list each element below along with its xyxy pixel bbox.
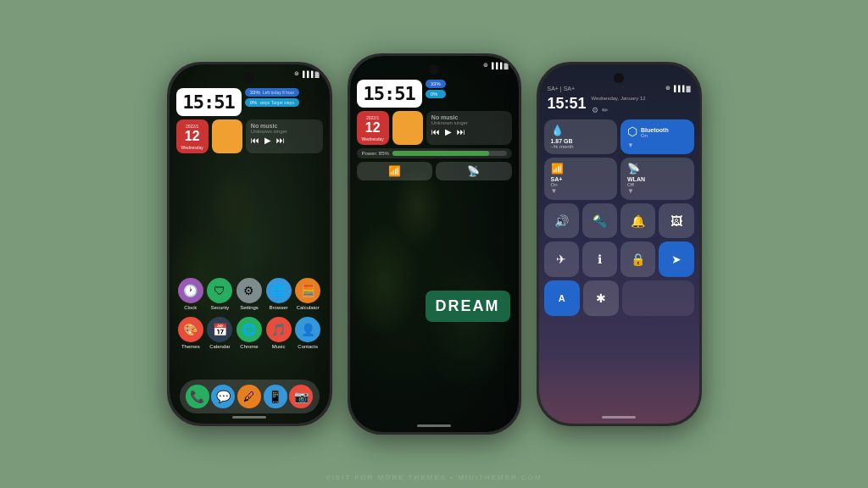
target-sub: steps Target steps — [259, 100, 294, 105]
phone-2-screen: ⊛ ▐▐▐ ▓ 15:51 33 — [350, 56, 519, 432]
app-browser[interactable]: 🌐 Browser — [266, 278, 292, 310]
cp-tile-brightness[interactable]: ✱ — [583, 280, 619, 316]
dock-notes[interactable]: 🖊 — [237, 385, 261, 408]
calculator-label: Calculator — [297, 305, 320, 310]
phone-3-screen: SA+ | SA+ ⊛ ▐▐▐ ▓ 15:51 — [539, 64, 699, 424]
control-panel: SA+ | SA+ ⊛ ▐▐▐ ▓ 15:51 — [544, 85, 694, 316]
camera-cutout — [244, 73, 254, 83]
phone-2: ⊛ ▐▐▐ ▓ 15:51 33 — [348, 53, 521, 435]
app-settings[interactable]: ⚙ Settings — [236, 278, 262, 310]
small-widgets-2: 33% 0% — [426, 80, 446, 108]
security-label: Security — [211, 305, 230, 310]
phone-1-background: ⊛ ▐▐▐ ▓ 15:51 — [170, 64, 330, 424]
date-day-2: 12 — [362, 120, 384, 136]
wlan-icon: 📡 — [627, 163, 687, 175]
dock-messages[interactable]: 💬 — [211, 385, 235, 408]
cp-tile-send[interactable]: ➤ — [659, 241, 693, 276]
cp-edit-icon[interactable]: ⚙ — [592, 106, 598, 114]
signal-icon: ▐▐▐ — [301, 71, 314, 77]
dock-phone[interactable]: 📞 — [186, 385, 209, 408]
time-display-2: 15:51 — [364, 83, 415, 104]
steps-label-2: 33% — [431, 81, 441, 86]
battery-icon-2: ▓ — [504, 63, 508, 69]
next-button-2[interactable]: ⏭ — [457, 127, 465, 136]
app-chrome[interactable]: 🌐 Chrome — [236, 317, 262, 349]
phone-1: ⊛ ▐▐▐ ▓ 15:51 — [167, 62, 332, 426]
app-security[interactable]: 🛡 Security — [207, 278, 232, 310]
music-controls-2[interactable]: ⏮ ▶ ⏭ — [431, 127, 507, 136]
cp-tile-lock[interactable]: 🔒 — [620, 241, 655, 276]
wlan-title: WLAN — [627, 176, 687, 182]
camera-cutout-3 — [614, 73, 624, 83]
app-clock[interactable]: 🕐 Clock — [178, 278, 203, 310]
date-day-1: 12 — [181, 129, 203, 144]
app-contacts[interactable]: 👤 Contacts — [295, 317, 320, 349]
dock-files[interactable]: 📱 — [264, 385, 287, 408]
next-button-1[interactable]: ⏭ — [276, 136, 285, 145]
phones-container: ⊛ ▐▐▐ ▓ 15:51 — [167, 53, 702, 435]
app-music[interactable]: 🎵 Music — [266, 317, 292, 349]
bluetooth-icon: ⊛ — [294, 70, 299, 77]
music-title-1: No music — [251, 123, 318, 129]
signal-control[interactable]: 📡 — [436, 162, 512, 180]
cp-tile-torch[interactable]: 🔦 — [582, 203, 617, 238]
app-themes[interactable]: 🎨 Themes — [178, 317, 203, 349]
phone-1-screen: ⊛ ▐▐▐ ▓ 15:51 — [170, 64, 330, 424]
main-container: ⊛ ▐▐▐ ▓ 15:51 — [0, 0, 868, 488]
phone-3: SA+ | SA+ ⊛ ▐▐▐ ▓ 15:51 — [537, 62, 702, 426]
app-calculator[interactable]: 🧮 Calculator — [295, 278, 320, 310]
calendar-icon: 📅 — [207, 317, 232, 342]
cp-tile-a[interactable]: A — [544, 280, 580, 316]
bluetooth-title: Bluetooth — [641, 127, 669, 133]
cp-status-left: SA+ | SA+ — [548, 86, 576, 92]
battery-icon: ▓ — [314, 71, 319, 77]
sun-icon: ☀ — [221, 129, 233, 145]
signal-icon-2: ▐▐▐ — [490, 63, 503, 69]
wlan-arrow: ▼ — [627, 187, 687, 195]
cp-date-display: Wednesday, January 12 — [592, 96, 646, 101]
calculator-icon: 🧮 — [295, 278, 320, 303]
prev-button-2[interactable]: ⏮ — [431, 127, 440, 136]
cp-tile-info[interactable]: ℹ — [582, 241, 617, 276]
wifi-control[interactable]: 📶 — [357, 162, 433, 180]
cp-data-tile[interactable]: 💧 1.87 GB ~% month — [544, 119, 618, 154]
home-indicator-2 — [417, 424, 451, 427]
status-icons-2: ⊛ ▐▐▐ ▓ — [483, 62, 509, 69]
target-widget-2: 0% — [426, 90, 446, 98]
app-row-1: 🕐 Clock 🛡 Security ⚙ Settings — [176, 278, 323, 310]
phone-2-background: ⊛ ▐▐▐ ▓ 15:51 33 — [350, 56, 519, 432]
settings-label: Settings — [240, 305, 259, 310]
prev-button-1[interactable]: ⏮ — [251, 136, 259, 145]
music-label: Music — [272, 344, 286, 349]
phone-3-background: SA+ | SA+ ⊛ ▐▐▐ ▓ 15:51 — [539, 64, 699, 424]
data-title: 1.87 GB — [551, 138, 611, 144]
play-button-1[interactable]: ▶ — [264, 136, 271, 145]
cp-brightness-slider[interactable] — [622, 280, 694, 316]
dock-camera[interactable]: 📷 — [289, 385, 313, 408]
contacts-label: Contacts — [298, 344, 318, 349]
cp-edit2-icon[interactable]: ✏ — [602, 106, 609, 114]
date-widget-2: 2022/1 12 Wednesday ☀ No music Unknown s… — [357, 111, 512, 145]
cp-time-area: 15:51 Wednesday, January 12 ⚙ ✏ — [544, 95, 694, 114]
date-weekday-2: Wednesday — [362, 136, 384, 141]
cp-tile-sound[interactable]: 🔊 — [544, 203, 579, 238]
app-calendar[interactable]: 📅 Calendar — [207, 317, 232, 349]
phone-dock-1: 📞 💬 🖊 📱 📷 — [180, 380, 320, 413]
cp-battery-icon: ▓ — [686, 86, 690, 92]
cp-wlan-tile[interactable]: 📡 WLAN Off ▼ — [620, 158, 694, 200]
date-box-2: 2022/1 12 Wednesday — [357, 111, 389, 145]
time-box-2: 15:51 — [357, 80, 422, 108]
music-title-2: No music — [431, 114, 507, 120]
sun-icon-2: ☀ — [402, 120, 414, 136]
cp-sa-tile[interactable]: 📶 SA+ On ▼ — [544, 158, 618, 200]
app-row-2: 🎨 Themes 📅 Calendar 🌐 Chrome — [176, 317, 323, 349]
date-box-1: 2022/1 12 Wednesday — [176, 119, 209, 153]
data-icon: 💧 — [551, 125, 611, 136]
music-controls-1[interactable]: ⏮ ▶ ⏭ — [251, 136, 318, 145]
cp-tile-alarm[interactable]: 🔔 — [620, 203, 655, 238]
cp-tile-screen[interactable]: 🖼 — [659, 203, 693, 238]
target-widget: 0% steps Target steps — [245, 98, 300, 107]
cp-bluetooth-tile[interactable]: ⬡ Bluetooth On ▼ — [620, 119, 694, 154]
play-button-2[interactable]: ▶ — [445, 127, 452, 136]
cp-tile-airplane[interactable]: ✈ — [544, 241, 579, 276]
